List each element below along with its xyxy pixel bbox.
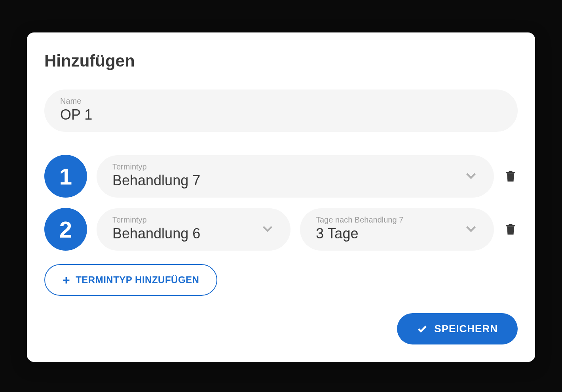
plus-icon: +	[63, 274, 70, 286]
chevron-down-icon	[464, 168, 478, 183]
delete-step-2-button[interactable]	[503, 221, 518, 237]
days-after-label-2: Tage nach Behandlung 7	[316, 215, 403, 225]
add-termintyp-button[interactable]: + TERMINTYP HINZUFÜGEN	[44, 264, 217, 296]
days-after-select-2[interactable]: Tage nach Behandlung 7 3 Tage	[300, 208, 494, 251]
step-badge-1: 1	[44, 155, 87, 198]
trash-icon	[503, 168, 518, 184]
step-row-2: 2 Termintyp Behandlung 6 Tage nach Behan…	[44, 208, 518, 251]
save-button[interactable]: SPEICHERN	[397, 313, 518, 344]
chevron-down-icon	[464, 221, 478, 236]
save-button-label: SPEICHERN	[434, 323, 498, 335]
chevron-down-icon	[260, 221, 275, 236]
add-termintyp-label: TERMINTYP HINZUFÜGEN	[76, 274, 199, 285]
add-modal: Hinzufügen Name OP 1 1 Termintyp Behandl…	[27, 32, 535, 362]
termintyp-select-1[interactable]: Termintyp Behandlung 7	[97, 155, 494, 198]
check-icon	[417, 323, 428, 335]
step-row-1: 1 Termintyp Behandlung 7	[44, 155, 518, 198]
delete-step-1-button[interactable]	[503, 168, 518, 184]
days-after-value-2: 3 Tage	[316, 225, 403, 242]
termintyp-value-1: Behandlung 7	[112, 172, 200, 189]
step-1-selects: Termintyp Behandlung 7	[97, 155, 494, 198]
modal-title: Hinzufügen	[44, 51, 518, 70]
name-input-value: OP 1	[60, 107, 502, 123]
name-input[interactable]: Name OP 1	[44, 89, 518, 132]
name-input-label: Name	[60, 97, 502, 106]
trash-icon	[503, 221, 518, 237]
termintyp-label-1: Termintyp	[112, 162, 200, 171]
step-badge-2: 2	[44, 208, 87, 251]
termintyp-label-2: Termintyp	[112, 215, 200, 225]
termintyp-select-2[interactable]: Termintyp Behandlung 6	[97, 208, 290, 251]
step-2-selects: Termintyp Behandlung 6 Tage nach Behandl…	[97, 208, 494, 251]
modal-footer: SPEICHERN	[44, 313, 518, 344]
termintyp-value-2: Behandlung 6	[112, 225, 200, 242]
